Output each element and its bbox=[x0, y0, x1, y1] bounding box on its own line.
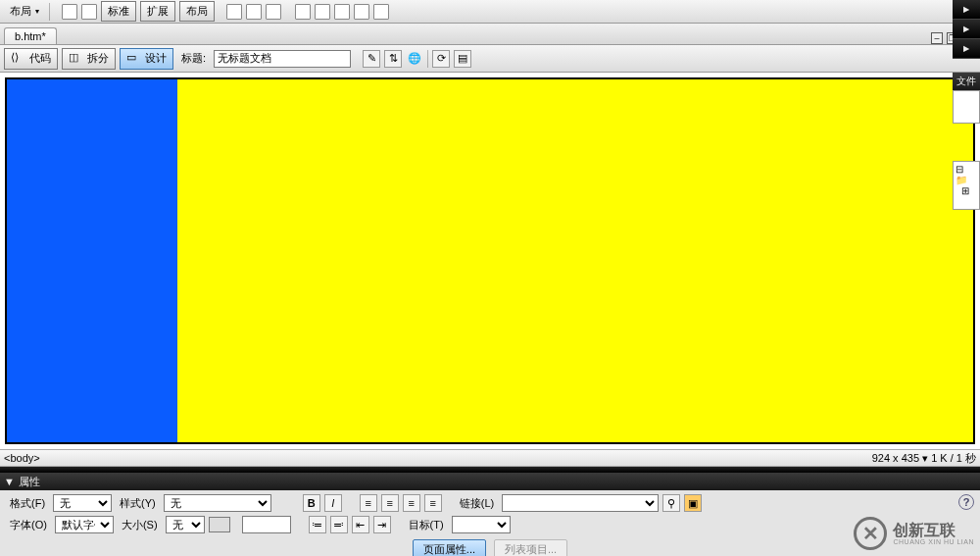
layout-menu[interactable]: 布局 bbox=[4, 2, 45, 21]
title-label: 标题: bbox=[181, 51, 206, 66]
files-panel: 文件 ⊟ 📁 ⊞ bbox=[953, 73, 980, 210]
keywords-icon[interactable]: ⇅ bbox=[384, 50, 402, 68]
props-row-1: 格式(F) 无 样式(Y) 无 B I ≡ ≡ ≡ ≡ 链接(L) ⚲ ▣ bbox=[6, 494, 974, 512]
design-canvas[interactable] bbox=[0, 73, 980, 449]
indent-icon[interactable]: ⇥ bbox=[373, 516, 391, 533]
canvas-dimensions[interactable]: 924 x 435 ▾ 1 K / 1 秒 bbox=[872, 451, 976, 466]
label: 代码 bbox=[29, 51, 51, 66]
toolbar-icon[interactable] bbox=[315, 4, 330, 20]
minimize-icon[interactable]: – bbox=[931, 32, 943, 44]
design-icon: ▭ bbox=[126, 51, 142, 67]
properties-panel: ? 格式(F) 无 样式(Y) 无 B I ≡ ≡ ≡ ≡ 链接(L) ⚲ ▣ … bbox=[0, 490, 980, 556]
target-select[interactable] bbox=[452, 516, 511, 533]
btn-layout[interactable]: 布局 bbox=[179, 1, 215, 22]
toolbar-icon[interactable] bbox=[354, 4, 369, 20]
bold-button[interactable]: B bbox=[303, 494, 320, 512]
align-right-icon[interactable]: ≡ bbox=[403, 494, 420, 512]
style-select[interactable]: 无 bbox=[164, 494, 271, 512]
toolbar-icon[interactable] bbox=[266, 4, 281, 20]
props-row-3: 页面属性... 列表项目... bbox=[6, 539, 974, 556]
body-tag[interactable]: <body> bbox=[4, 452, 40, 464]
font-select[interactable]: 默认字体 bbox=[55, 516, 114, 533]
format-select[interactable]: 无 bbox=[53, 494, 112, 512]
view-toolbar: ⟨⟩ 代码 ◫ 拆分 ▭ 设计 标题: ✎ ⇅ 🌐 ⟳ ▤ bbox=[0, 45, 980, 73]
folder-icon[interactable]: ▣ bbox=[684, 494, 702, 512]
font-label: 字体(O) bbox=[10, 518, 47, 532]
text-color-swatch[interactable] bbox=[209, 517, 230, 532]
collapse-icon[interactable]: ▼ bbox=[4, 476, 15, 487]
size-input[interactable] bbox=[242, 516, 291, 533]
files-tree[interactable]: ⊟ 📁 ⊞ bbox=[953, 161, 980, 210]
top-toolbar: 布局 标准 扩展 布局 bbox=[0, 0, 980, 24]
label: 拆分 bbox=[87, 51, 109, 66]
separator bbox=[427, 50, 428, 68]
align-center-icon[interactable]: ≡ bbox=[381, 494, 399, 512]
toolbar-icon[interactable] bbox=[334, 4, 350, 20]
logo-text: 创新互联 bbox=[893, 523, 974, 538]
style-label: 样式(Y) bbox=[120, 496, 156, 511]
list-ul-icon[interactable]: ≔ bbox=[309, 516, 326, 533]
files-body[interactable] bbox=[953, 90, 980, 124]
document-tab-bar: b.htm* – ❐ ✕ bbox=[0, 24, 980, 45]
yellow-column[interactable] bbox=[177, 79, 973, 442]
view-code-button[interactable]: ⟨⟩ 代码 bbox=[4, 48, 58, 70]
view-split-button[interactable]: ◫ 拆分 bbox=[62, 48, 116, 70]
rail-toggle[interactable]: ▶ bbox=[953, 20, 980, 39]
view-design-button[interactable]: ▭ 设计 bbox=[120, 48, 173, 70]
toolbar-icon[interactable] bbox=[295, 4, 311, 20]
link-label: 链接(L) bbox=[460, 496, 494, 511]
properties-header[interactable]: ▼ 属性 bbox=[0, 473, 980, 490]
list-ol-icon[interactable]: ≕ bbox=[330, 516, 348, 533]
code-icon: ⟨⟩ bbox=[11, 51, 26, 67]
link-select[interactable] bbox=[502, 494, 659, 512]
props-row-2: 字体(O) 默认字体 大小(S) 无 ≔ ≕ ⇤ ⇥ 目标(T) bbox=[6, 516, 974, 533]
list-item-button[interactable]: 列表项目... bbox=[494, 539, 567, 556]
logo-mark-icon bbox=[854, 517, 887, 550]
size-label: 大小(S) bbox=[122, 518, 158, 532]
options-icon[interactable]: ▤ bbox=[454, 50, 471, 68]
panel-title: 属性 bbox=[19, 475, 40, 489]
rail-toggle[interactable]: ▶ bbox=[953, 39, 980, 59]
right-dark-rail: ▶ ▶ ▶ bbox=[953, 0, 980, 59]
watermark-logo: 创新互联 CHUANG XIN HU LIAN bbox=[854, 517, 974, 550]
size-select[interactable]: 无 bbox=[166, 516, 205, 533]
toolbar-icon[interactable] bbox=[246, 4, 262, 20]
help-icon[interactable]: ? bbox=[958, 494, 974, 510]
logo-subtext: CHUANG XIN HU LIAN bbox=[893, 538, 974, 545]
files-header[interactable]: 文件 bbox=[953, 73, 980, 90]
toolbar-icon[interactable] bbox=[81, 4, 97, 20]
toolbar-icon[interactable] bbox=[62, 4, 77, 20]
target-label: 目标(T) bbox=[409, 518, 444, 532]
label: 设计 bbox=[145, 51, 167, 66]
btn-standard[interactable]: 标准 bbox=[101, 1, 136, 22]
blue-column[interactable] bbox=[7, 79, 177, 442]
link-chain-icon[interactable]: ⚲ bbox=[662, 494, 680, 512]
tag-selector-bar: <body> 924 x 435 ▾ 1 K / 1 秒 bbox=[0, 449, 980, 467]
split-icon: ◫ bbox=[69, 51, 84, 67]
page-properties-button[interactable]: 页面属性... bbox=[413, 539, 486, 556]
title-input[interactable] bbox=[214, 50, 351, 68]
separator bbox=[49, 3, 50, 21]
check-icon[interactable]: ✎ bbox=[363, 50, 380, 68]
globe-icon[interactable]: 🌐 bbox=[406, 50, 423, 68]
toolbar-icon[interactable] bbox=[226, 4, 242, 20]
document-tab[interactable]: b.htm* bbox=[4, 27, 57, 44]
align-left-icon[interactable]: ≡ bbox=[360, 494, 377, 512]
italic-button[interactable]: I bbox=[324, 494, 342, 512]
btn-expand[interactable]: 扩展 bbox=[140, 1, 175, 22]
toolbar-icon[interactable] bbox=[373, 4, 389, 20]
rail-toggle[interactable]: ▶ bbox=[953, 0, 980, 20]
refresh-icon[interactable]: ⟳ bbox=[432, 50, 450, 68]
outdent-icon[interactable]: ⇤ bbox=[352, 516, 369, 533]
format-label: 格式(F) bbox=[10, 496, 45, 511]
align-justify-icon[interactable]: ≡ bbox=[424, 494, 442, 512]
